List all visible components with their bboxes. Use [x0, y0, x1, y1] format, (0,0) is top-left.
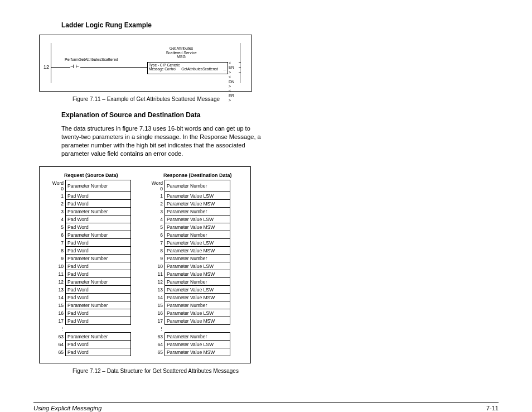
word-value: Parameter Value MSW: [165, 294, 230, 301]
word-index: 16: [47, 309, 66, 317]
word-index: 3: [47, 208, 66, 215]
word-value: Parameter Number: [66, 255, 131, 262]
msg-box-control: Message Control: [149, 67, 176, 71]
word-value: Pad Word: [66, 223, 131, 231]
word-value: [165, 325, 230, 333]
word-index: 7: [147, 239, 165, 247]
ellipsis-icon: ...: [223, 67, 226, 71]
word-index: 14: [147, 294, 165, 301]
word-value: Parameter Value LSW: [165, 262, 230, 270]
word-index: Word 0: [47, 180, 66, 192]
msg-title-line: Scattered Service: [151, 51, 212, 55]
word-value: Pad Word: [66, 192, 131, 200]
contact-label: PerformGetAttributesScattered: [65, 58, 118, 61]
word-value: Parameter Value LSW: [165, 286, 230, 294]
word-index: 2: [147, 200, 165, 208]
word-value: Parameter Number: [165, 208, 230, 215]
word-value: Pad Word: [66, 239, 131, 247]
word-value: Pad Word: [66, 215, 131, 223]
word-index: 63: [47, 333, 66, 341]
word-index: 64: [147, 341, 165, 348]
word-value: Pad Word: [66, 294, 131, 301]
word-value: Parameter Value LSW: [165, 239, 230, 247]
status-dn: DN: [229, 80, 234, 84]
word-value: Pad Word: [66, 247, 131, 255]
word-index: 2: [47, 200, 66, 208]
request-column: Request (Source Data) Word 0Parameter Nu…: [47, 173, 131, 356]
word-value: Pad Word: [66, 341, 131, 348]
word-value: Parameter Number: [66, 301, 131, 309]
word-index: 17: [47, 317, 66, 325]
word-index: 11: [147, 270, 165, 278]
word-value: Parameter Number: [66, 180, 131, 192]
word-index: 3: [147, 208, 165, 215]
word-index: 13: [47, 286, 66, 294]
word-index: 13: [147, 286, 165, 294]
word-value: Parameter Number: [165, 231, 230, 239]
word-index: 4: [147, 215, 165, 223]
word-index: 15: [147, 301, 165, 309]
word-value: Pad Word: [66, 200, 131, 208]
footer-divider: [33, 402, 499, 403]
word-index: 6: [147, 231, 165, 239]
word-index: 10: [147, 262, 165, 270]
word-value: Parameter Number: [66, 208, 131, 215]
word-index: 12: [147, 278, 165, 286]
msg-box-type: Type - CIP Generic: [149, 63, 180, 67]
word-value: Parameter Value MSW: [165, 317, 230, 325]
word-index: 5: [147, 223, 165, 231]
word-index: 8: [147, 247, 165, 255]
msg-instruction-box: Type - CIP Generic Message Control GetAt…: [147, 62, 228, 74]
word-index: 15: [47, 301, 66, 309]
word-value: Pad Word: [66, 348, 131, 356]
column-header: Response (Destination Data): [163, 173, 232, 178]
word-value: Parameter Value MSW: [165, 200, 230, 208]
word-value: Parameter Number: [66, 231, 131, 239]
body-paragraph: The data structures in figure 7.13 uses …: [61, 124, 268, 157]
ladder-diagram: 12 PerformGetAttributesScattered ⊣ ⊢ Get…: [39, 35, 252, 92]
word-index: ⋮: [47, 325, 66, 333]
word-index: 9: [47, 255, 66, 262]
word-index: 16: [147, 309, 165, 317]
word-value: Parameter Value MSW: [165, 270, 230, 278]
data-structure-table: Request (Source Data) Word 0Parameter Nu…: [39, 166, 251, 363]
word-index: 5: [47, 223, 66, 231]
word-value: Parameter Number: [165, 255, 230, 262]
word-index: 14: [47, 294, 66, 301]
word-index: 10: [47, 262, 66, 270]
page-number: 7-11: [486, 405, 499, 411]
word-index: 65: [147, 348, 165, 356]
word-index: 17: [147, 317, 165, 325]
word-value: Parameter Value MSW: [165, 247, 230, 255]
footer-section-title: Using Explicit Messaging: [33, 405, 101, 411]
word-index: 63: [147, 333, 165, 341]
figure-caption-2: Figure 7.12 – Data Structure for Get Sca…: [72, 368, 499, 374]
status-er: ER: [229, 94, 234, 98]
response-column: Response (Destination Data) Word 0Parame…: [147, 173, 232, 356]
status-en: EN: [229, 65, 234, 70]
word-index: 12: [47, 278, 66, 286]
word-index: Word 0: [147, 180, 165, 192]
word-index: 11: [47, 270, 66, 278]
word-value: Parameter Number: [66, 333, 131, 341]
msg-box-tag: GetAttributesScattered: [181, 67, 218, 71]
word-index: 9: [147, 255, 165, 262]
msg-title-line: Get Attributes: [151, 46, 212, 51]
word-value: Parameter Value MSW: [165, 223, 230, 231]
word-index: 1: [147, 192, 165, 200]
word-index: 7: [47, 239, 66, 247]
word-value: [66, 325, 131, 333]
word-value: Parameter Value LSW: [165, 309, 230, 317]
word-value: Parameter Value LSW: [165, 215, 230, 223]
contact-symbol: ⊣ ⊢: [70, 63, 79, 69]
word-value: Parameter Value MSW: [165, 348, 230, 356]
section-heading-2: Explanation of Source and Destination Da…: [61, 111, 499, 119]
word-index: 4: [47, 215, 66, 223]
word-value: Pad Word: [66, 317, 131, 325]
word-index: 8: [47, 247, 66, 255]
word-value: Parameter Value LSW: [165, 341, 230, 348]
word-index: ⋮: [147, 325, 165, 333]
word-index: 64: [47, 341, 66, 348]
msg-block-title: Get Attributes Scattered Service MSG: [151, 46, 212, 59]
word-value: Pad Word: [66, 262, 131, 270]
